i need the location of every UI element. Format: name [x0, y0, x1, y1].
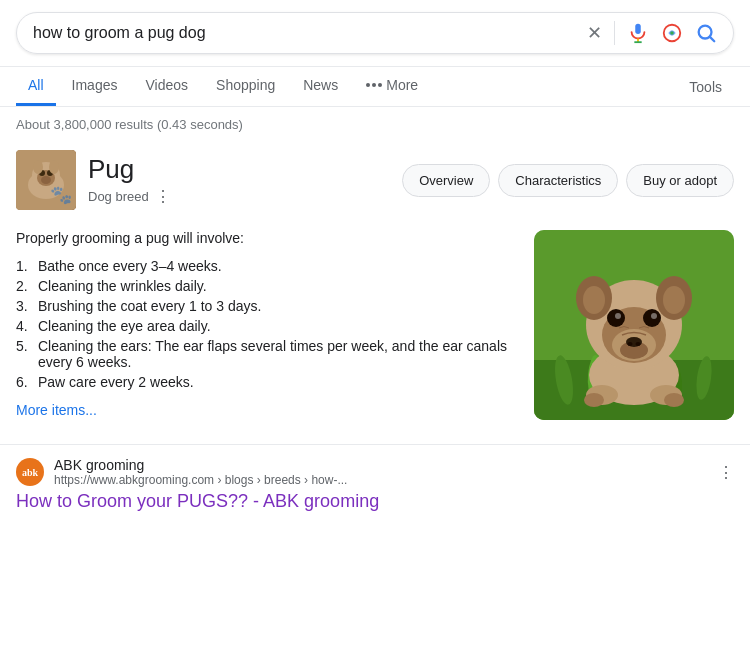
tools-button[interactable]: Tools	[677, 69, 734, 105]
source-info: ABK grooming https://www.abkgrooming.com…	[54, 457, 708, 487]
entity-image[interactable]	[16, 150, 76, 210]
list-item-text: Cleaning the eye area daily.	[38, 318, 211, 334]
grooming-list: 1.Bathe once every 3–4 weeks. 2.Cleaning…	[16, 256, 518, 392]
svg-point-15	[49, 160, 59, 174]
mic-icon[interactable]	[627, 22, 649, 44]
favicon-text: abk	[22, 467, 38, 478]
list-item-text: Bathe once every 3–4 weeks.	[38, 258, 222, 274]
tab-news[interactable]: News	[291, 67, 350, 106]
entity-info: Pug Dog breed ⋮	[88, 154, 390, 206]
entity-subtitle-text: Dog breed	[88, 189, 149, 204]
search-icons: ✕	[587, 21, 717, 45]
source-favicon: abk	[16, 458, 44, 486]
list-item: 5.Cleaning the ears: The ear flaps sever…	[16, 336, 518, 372]
nav-tabs: All Images Videos Shopping News More Too…	[0, 67, 750, 107]
list-item-text: Cleaning the wrinkles daily.	[38, 278, 207, 294]
search-input[interactable]: how to groom a pug dog	[33, 24, 587, 42]
content-right	[534, 230, 734, 420]
search-bar: how to groom a pug dog ✕	[16, 12, 734, 54]
list-item: 2.Cleaning the wrinkles daily.	[16, 276, 518, 296]
list-item-text: Cleaning the ears: The ear flaps several…	[38, 338, 518, 370]
entity-subtitle: Dog breed ⋮	[88, 187, 390, 206]
tab-images[interactable]: Images	[60, 67, 130, 106]
chip-overview[interactable]: Overview	[402, 164, 490, 197]
entity-card: Pug Dog breed ⋮ Overview Characteristics…	[0, 142, 750, 222]
main-content: Properly grooming a pug will involve: 1.…	[0, 222, 750, 428]
svg-point-40	[584, 393, 604, 407]
more-dots-icon	[366, 83, 382, 87]
list-item: 3.Brushing the coat every 1 to 3 days.	[16, 296, 518, 316]
svg-point-32	[615, 313, 621, 319]
chip-buy-adopt[interactable]: Buy or adopt	[626, 164, 734, 197]
svg-point-28	[628, 342, 633, 346]
svg-point-13	[41, 176, 51, 184]
list-item: 1.Bathe once every 3–4 weeks.	[16, 256, 518, 276]
tab-all[interactable]: All	[16, 67, 56, 106]
lens-icon[interactable]	[661, 22, 683, 44]
list-item: 6.Paw care every 2 weeks.	[16, 372, 518, 392]
tab-more[interactable]: More	[354, 67, 430, 106]
svg-point-4	[670, 31, 674, 35]
search-bar-container: how to groom a pug dog ✕	[0, 0, 750, 67]
source-url: https://www.abkgrooming.com › blogs › br…	[54, 473, 708, 487]
svg-line-6	[710, 37, 714, 41]
source-more-dots[interactable]: ⋮	[718, 463, 734, 482]
svg-point-41	[664, 393, 684, 407]
svg-point-29	[636, 342, 641, 346]
chip-characteristics[interactable]: Characteristics	[498, 164, 618, 197]
search-button[interactable]	[695, 22, 717, 44]
svg-point-37	[663, 286, 685, 314]
svg-point-14	[33, 160, 43, 174]
svg-point-33	[651, 313, 657, 319]
source-title[interactable]: How to Groom your PUGS?? - ABK grooming	[16, 491, 734, 512]
svg-point-36	[583, 286, 605, 314]
more-label: More	[386, 77, 418, 93]
divider	[614, 21, 615, 45]
result-count: About 3,800,000 results (0.43 seconds)	[0, 107, 750, 142]
tab-shopping[interactable]: Shopping	[204, 67, 287, 106]
entity-actions: Overview Characteristics Buy or adopt	[402, 164, 734, 197]
list-item: 4.Cleaning the eye area daily.	[16, 316, 518, 336]
tab-videos[interactable]: Videos	[133, 67, 200, 106]
clear-icon[interactable]: ✕	[587, 22, 602, 44]
grooming-intro: Properly grooming a pug will involve:	[16, 230, 518, 246]
pug-main-image[interactable]	[534, 230, 734, 420]
more-items-link[interactable]: More items...	[16, 402, 97, 418]
list-item-text: Paw care every 2 weeks.	[38, 374, 194, 390]
list-item-text: Brushing the coat every 1 to 3 days.	[38, 298, 261, 314]
pug-thumbnail	[16, 150, 76, 210]
source-card: abk ABK grooming https://www.abkgrooming…	[0, 444, 750, 512]
source-name: ABK grooming	[54, 457, 708, 473]
entity-title[interactable]: Pug	[88, 154, 390, 185]
svg-rect-0	[635, 24, 641, 34]
content-left: Properly grooming a pug will involve: 1.…	[16, 230, 518, 420]
entity-more-dots[interactable]: ⋮	[155, 187, 171, 206]
source-header: abk ABK grooming https://www.abkgrooming…	[16, 457, 734, 487]
